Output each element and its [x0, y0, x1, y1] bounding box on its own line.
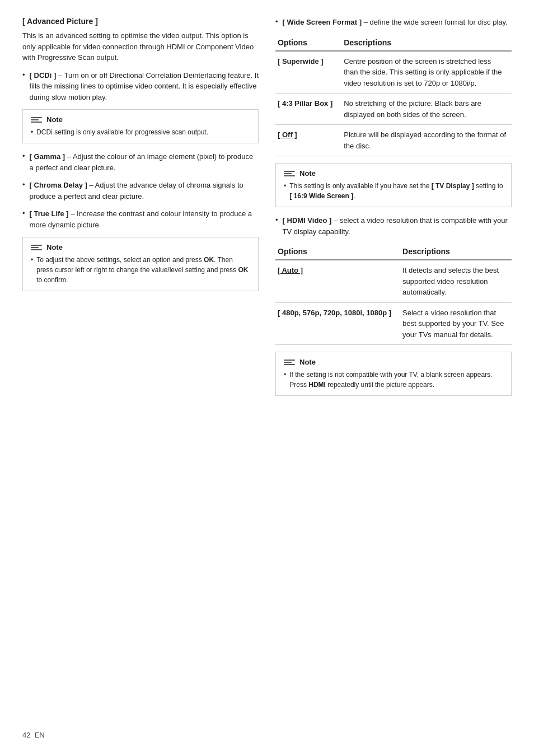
hdmi-option-auto: [ Auto ]: [275, 260, 400, 302]
dcdi-item: • [ DCDi ] – Turn on or off Directional …: [22, 70, 259, 103]
bullet-dot: •: [275, 17, 278, 26]
note-box-hdmi: Note • If the setting is not compatible …: [275, 352, 512, 396]
true-life-item: • [ True Life ] – Increase the contrast …: [22, 208, 259, 230]
note-item-adjust: • To adjust the above settings, select a…: [31, 255, 250, 285]
left-column: [ Advanced Picture ] This is an advanced…: [22, 17, 259, 404]
table-row: [ Off ] Picture will be displayed accord…: [275, 125, 512, 156]
note-box-widescreen: Note • This setting is only available if…: [275, 163, 512, 207]
table-row: [ Superwide ] Centre position of the scr…: [275, 51, 512, 94]
widescreen-desc-pillarbox: No stretching of the picture. Black bars…: [341, 94, 512, 125]
chroma-delay-item: • [ Chroma Delay ] – Adjust the advance …: [22, 180, 259, 202]
note-text-hdmi: If the setting is not compatible with yo…: [289, 370, 503, 390]
widescreen-option-superwide: [ Superwide ]: [275, 51, 341, 94]
widescreen-desc-off: Picture will be displayed according to t…: [341, 125, 512, 156]
bullet-dot: •: [22, 180, 25, 189]
note-text-dcdi: DCDi setting is only available for progr…: [36, 127, 208, 137]
off-underline: [ Off ]: [278, 130, 297, 139]
hdmi-desc-auto: It detects and selects the best supporte…: [400, 260, 512, 302]
note-icon-right-2: [284, 360, 295, 365]
widescreen-col2-header: Descriptions: [341, 36, 512, 51]
chroma-delay-text: [ Chroma Delay ] – Adjust the advance de…: [30, 180, 259, 202]
widescreen-term: [ Wide Screen Format ]: [283, 18, 362, 26]
widescreen-col1-header: Options: [275, 36, 341, 51]
true-life-term: [ True Life ]: [30, 209, 69, 218]
note-label-2: Note: [46, 243, 63, 251]
bullet-dot: •: [22, 71, 25, 79]
gamma-term: [ Gamma ]: [30, 152, 65, 161]
note-item-widescreen: • This setting is only available if you …: [284, 181, 503, 201]
advanced-picture-title: [ Advanced Picture ]: [22, 17, 259, 26]
hdmi-term: [ HDMI Video ]: [283, 216, 332, 225]
hdmi-desc-resolutions: Select a video resolution that best supp…: [400, 302, 512, 345]
auto-underline: [ Auto ]: [278, 266, 303, 274]
bullet-dot: •: [275, 216, 278, 224]
widescreen-item: • [ Wide Screen Format ] – define the wi…: [275, 17, 512, 28]
note-label-right-1: Note: [299, 169, 316, 178]
note-header-2: Note: [31, 243, 250, 251]
note-header-right-2: Note: [284, 358, 503, 366]
widescreen-desc-superwide: Centre position of the screen is stretch…: [341, 51, 512, 94]
note-text-widescreen: This setting is only available if you ha…: [289, 181, 503, 201]
page-number: 42: [22, 731, 30, 739]
note-header-right-1: Note: [284, 169, 503, 178]
note-item-hdmi: • If the setting is not compatible with …: [284, 370, 503, 390]
note-item-dcdi: • DCDi setting is only available for pro…: [31, 127, 250, 137]
note-header-1: Note: [31, 115, 250, 124]
note-bullet: •: [31, 255, 33, 265]
note-label-1: Note: [46, 115, 63, 124]
table-row: [ 4:3 Pillar Box ] No stretching of the …: [275, 94, 512, 125]
advanced-picture-intro: This is an advanced setting to optimise …: [22, 30, 259, 63]
bullet-dot: •: [22, 209, 25, 217]
note-bullet: •: [284, 370, 286, 380]
chroma-delay-term: [ Chroma Delay ]: [30, 181, 87, 189]
hdmi-text: [ HDMI Video ] – select a video resoluti…: [283, 215, 512, 237]
widescreen-option-pillarbox: [ 4:3 Pillar Box ]: [275, 94, 341, 125]
note-icon-2: [31, 245, 42, 250]
widescreen-table: Options Descriptions [ Superwide ] Centr…: [275, 36, 512, 157]
note-box-dcdi: Note • DCDi setting is only available fo…: [22, 109, 259, 143]
gamma-text: [ Gamma ] – Adjust the colour of an imag…: [30, 151, 259, 173]
note-label-right-2: Note: [299, 358, 316, 366]
hdmi-col1-header: Options: [275, 245, 400, 260]
note-box-adjust: Note • To adjust the above settings, sel…: [22, 237, 259, 291]
widescreen-text: [ Wide Screen Format ] – define the wide…: [283, 17, 508, 28]
note-bullet: •: [31, 127, 33, 137]
widescreen-option-off: [ Off ]: [275, 125, 341, 156]
note-text-adjust: To adjust the above settings, select an …: [36, 255, 250, 285]
hdmi-item: • [ HDMI Video ] – select a video resolu…: [275, 215, 512, 237]
page-lang: EN: [35, 731, 45, 739]
page-footer: 42 EN: [22, 731, 45, 739]
dcdi-text: [ DCDi ] – Turn on or off Directional Co…: [30, 70, 259, 103]
hdmi-col2-header: Descriptions: [400, 245, 512, 260]
gamma-item: • [ Gamma ] – Adjust the colour of an im…: [22, 151, 259, 173]
hdmi-table: Options Descriptions [ Auto ] It detects…: [275, 245, 512, 345]
table-row: [ 480p, 576p, 720p, 1080i, 1080p ] Selec…: [275, 302, 512, 345]
right-column: • [ Wide Screen Format ] – define the wi…: [275, 17, 512, 404]
dcdi-term: [ DCDi ]: [30, 71, 57, 80]
table-row: [ Auto ] It detects and selects the best…: [275, 260, 512, 302]
note-bullet: •: [284, 181, 286, 191]
true-life-text: [ True Life ] – Increase the contrast an…: [30, 208, 259, 230]
bullet-dot: •: [22, 152, 25, 160]
hdmi-option-resolutions: [ 480p, 576p, 720p, 1080i, 1080p ]: [275, 302, 400, 345]
note-icon-1: [31, 117, 42, 123]
note-icon-right-1: [284, 171, 295, 176]
